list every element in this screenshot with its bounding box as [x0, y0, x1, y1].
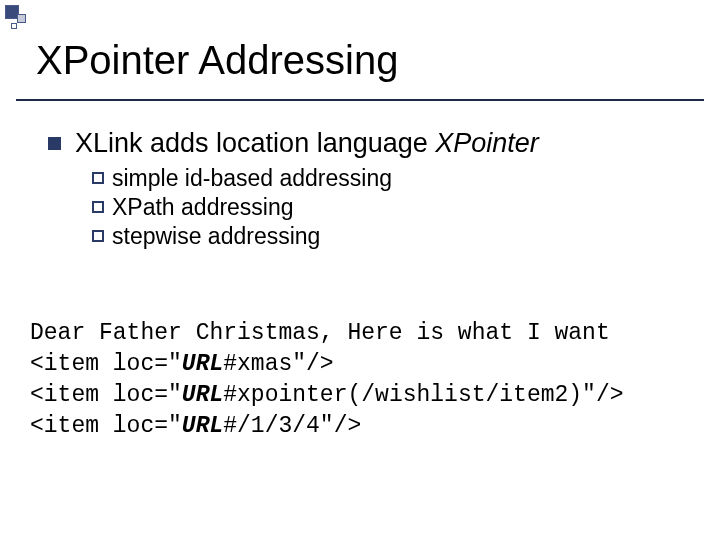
code-example: Dear Father Christmas, Here is what I wa…	[30, 318, 690, 442]
bullet-text-plain: XLink adds location language	[75, 128, 435, 158]
deco-square-icon	[11, 23, 17, 29]
hollow-square-bullet-icon	[92, 201, 104, 213]
code-url-placeholder: URL	[182, 351, 223, 377]
code-line-part: <item loc="	[30, 413, 182, 439]
code-url-placeholder: URL	[182, 413, 223, 439]
bullet-level1-text: XLink adds location language XPointer	[75, 128, 539, 159]
code-line-part: <item loc="	[30, 351, 182, 377]
hollow-square-bullet-icon	[92, 230, 104, 242]
code-line-part: <item loc="	[30, 382, 182, 408]
bullet-level2: XPath addressing	[92, 194, 680, 221]
sub-bullet-list: simple id-based addressing XPath address…	[92, 165, 680, 250]
bullet-level2-text: XPath addressing	[112, 194, 294, 221]
code-line-part: #xmas"/>	[223, 351, 333, 377]
bullet-level2: stepwise addressing	[92, 223, 680, 250]
code-line-part: #/1/3/4"/>	[223, 413, 361, 439]
bullet-level1: XLink adds location language XPointer	[48, 128, 680, 159]
bullet-text-emph: XPointer	[435, 128, 539, 158]
code-line-part: #xpointer(/wishlist/item2)"/>	[223, 382, 623, 408]
slide-body: XLink adds location language XPointer si…	[48, 128, 680, 252]
bullet-level2: simple id-based addressing	[92, 165, 680, 192]
bullet-level2-text: simple id-based addressing	[112, 165, 392, 192]
code-line: Dear Father Christmas, Here is what I wa…	[30, 320, 610, 346]
hollow-square-bullet-icon	[92, 172, 104, 184]
code-url-placeholder: URL	[182, 382, 223, 408]
deco-square-icon	[17, 14, 26, 23]
slide-title: XPointer Addressing	[36, 38, 398, 83]
slide: XPointer Addressing XLink adds location …	[0, 0, 720, 540]
square-bullet-icon	[48, 137, 61, 150]
bullet-level2-text: stepwise addressing	[112, 223, 320, 250]
title-underline	[16, 99, 704, 101]
